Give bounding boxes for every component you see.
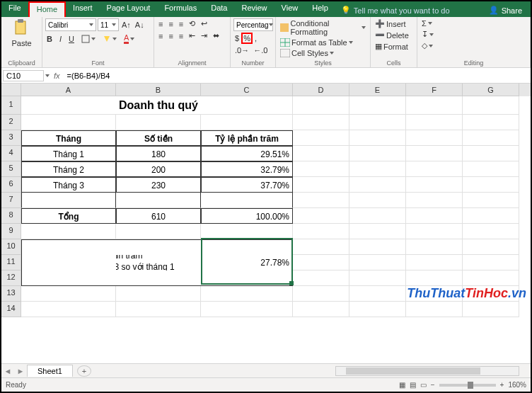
font-size-select[interactable]: 11 <box>98 18 119 31</box>
cell[interactable] <box>463 96 519 115</box>
cell-B5[interactable]: 200 <box>116 161 201 177</box>
cell[interactable] <box>406 96 463 115</box>
cell[interactable] <box>463 224 519 239</box>
orientation-button[interactable]: ⟲ <box>187 18 197 29</box>
cell[interactable] <box>349 224 406 239</box>
align-left-button[interactable]: ≡ <box>157 31 164 41</box>
cell[interactable] <box>406 255 463 270</box>
cell-C5[interactable]: 32.79% <box>201 161 293 177</box>
cell[interactable] <box>293 239 349 255</box>
tab-view[interactable]: View <box>274 1 306 17</box>
cell[interactable] <box>406 224 463 239</box>
cell[interactable] <box>406 146 463 161</box>
cell[interactable] <box>293 224 349 239</box>
cell[interactable] <box>349 255 406 270</box>
cell[interactable] <box>293 286 349 302</box>
tab-page-layout[interactable]: Page Layout <box>100 1 158 17</box>
cell[interactable] <box>463 286 519 302</box>
cell[interactable] <box>21 239 116 255</box>
view-page-break-button[interactable]: ▭ <box>420 381 427 389</box>
cell[interactable] <box>116 224 201 239</box>
cell[interactable] <box>293 115 349 130</box>
row-header[interactable]: 2 <box>1 115 21 130</box>
cell-B3[interactable]: Số tiền <box>116 130 201 146</box>
cell[interactable] <box>349 96 406 115</box>
cell[interactable] <box>21 224 116 239</box>
underline-button[interactable]: U <box>67 34 76 44</box>
zoom-in-button[interactable]: + <box>500 381 504 389</box>
col-header-B[interactable]: B <box>116 84 201 96</box>
cell[interactable] <box>201 193 293 208</box>
cell[interactable] <box>116 239 201 255</box>
tab-file[interactable]: File <box>1 1 28 17</box>
conditional-formatting-button[interactable]: Conditional Formatting <box>279 18 367 37</box>
formula-input[interactable]: =(B6-B4)/B4 <box>64 71 531 81</box>
new-sheet-button[interactable]: + <box>77 365 91 377</box>
row-header[interactable]: 7 <box>1 193 21 208</box>
cell-C6[interactable]: 37.70% <box>201 177 293 193</box>
cell-C3[interactable]: Tỷ lệ phần trăm <box>201 130 293 146</box>
tab-formulas[interactable]: Formulas <box>157 1 204 17</box>
sheet-nav-next[interactable]: ► <box>14 367 27 375</box>
row-header[interactable]: 5 <box>1 161 21 177</box>
cell[interactable] <box>406 177 463 193</box>
cell[interactable] <box>201 286 293 302</box>
cell-A6[interactable]: Tháng 3 <box>21 177 116 193</box>
cell-C8[interactable]: 100.00% <box>201 208 293 224</box>
row-header[interactable]: 4 <box>1 146 21 161</box>
cell[interactable] <box>463 146 519 161</box>
cell[interactable] <box>463 208 519 224</box>
percent-style-button[interactable]: % <box>241 33 253 44</box>
cell[interactable] <box>406 161 463 177</box>
cell[interactable] <box>463 193 519 208</box>
align-middle-button[interactable]: ≡ <box>167 19 174 29</box>
cell[interactable] <box>349 115 406 130</box>
accounting-format-button[interactable]: $ <box>233 33 241 43</box>
cell[interactable] <box>406 270 463 286</box>
increase-indent-button[interactable]: ⇥ <box>200 30 209 41</box>
cell[interactable] <box>116 115 201 130</box>
cell[interactable] <box>463 239 519 255</box>
worksheet-grid[interactable]: A B C D E F G 1 Doanh thu quý 1/2019 2 3… <box>1 84 531 363</box>
cell[interactable] <box>293 96 349 115</box>
row-header[interactable]: 11 <box>1 255 21 270</box>
cell[interactable] <box>349 146 406 161</box>
tab-insert[interactable]: Insert <box>66 1 100 17</box>
cell-styles-button[interactable]: Cell Styles <box>279 48 335 58</box>
autosum-button[interactable]: Σ <box>420 18 434 28</box>
italic-button[interactable]: I <box>58 34 63 44</box>
cell[interactable] <box>116 286 201 302</box>
cell-A11[interactable] <box>21 255 116 270</box>
cell[interactable] <box>406 239 463 255</box>
cell[interactable] <box>463 115 519 130</box>
cell[interactable] <box>21 270 116 286</box>
fill-color-button[interactable] <box>101 34 118 44</box>
row-header[interactable]: 10 <box>1 239 21 255</box>
cell-B6[interactable]: 230 <box>116 177 201 193</box>
cell[interactable] <box>463 302 519 317</box>
cell[interactable] <box>349 302 406 317</box>
cell-C4[interactable]: 29.51% <box>201 146 293 161</box>
zoom-slider[interactable] <box>439 384 496 387</box>
decrease-font-button[interactable]: A↓ <box>134 20 146 30</box>
cell[interactable] <box>406 302 463 317</box>
font-color-button[interactable]: A <box>122 33 136 45</box>
cell[interactable] <box>201 302 293 317</box>
cell-B8[interactable]: 610 <box>116 208 201 224</box>
cell[interactable] <box>463 255 519 270</box>
col-header-G[interactable]: G <box>463 84 519 96</box>
cell[interactable] <box>293 270 349 286</box>
cell[interactable] <box>349 177 406 193</box>
horizontal-scrollbar[interactable] <box>335 366 519 376</box>
col-header-E[interactable]: E <box>349 84 406 96</box>
col-header-C[interactable]: C <box>201 84 293 96</box>
cell[interactable] <box>201 239 293 255</box>
comma-style-button[interactable]: , <box>253 33 258 43</box>
font-name-select[interactable]: Calibri <box>45 18 96 31</box>
col-header-A[interactable]: A <box>21 84 116 96</box>
cell[interactable] <box>201 115 293 130</box>
cell[interactable] <box>293 146 349 161</box>
cell[interactable] <box>349 239 406 255</box>
cell-B11[interactable]: Tỷ lệ phần trăm doanh thu tháng 3 so với… <box>116 255 201 270</box>
row-header[interactable]: 13 <box>1 286 21 302</box>
